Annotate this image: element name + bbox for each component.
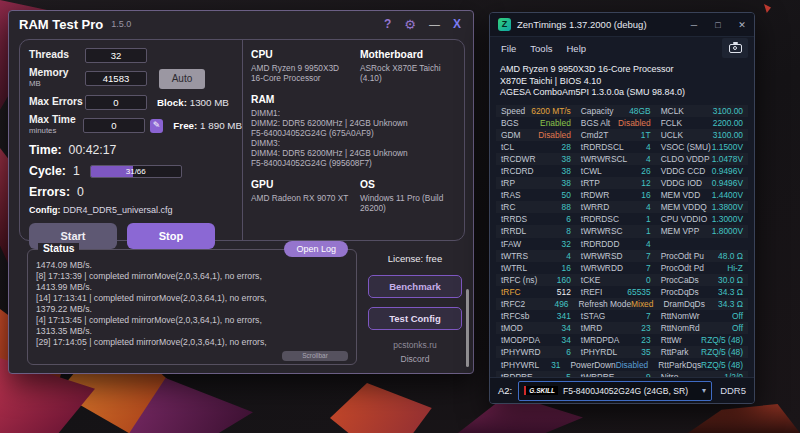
timing-value: 0.9496V	[712, 166, 743, 176]
timing-row: tRFC 512 tREFI 65535 ProcDqDs 34.3 Ω	[496, 286, 748, 298]
timing-value: 3100.00	[713, 106, 743, 116]
timing-label: MCLK	[661, 106, 684, 116]
timing-label: tWRWRSCL	[581, 154, 627, 164]
benchmark-button[interactable]: Benchmark	[368, 275, 462, 298]
menu-item[interactable]: Help	[560, 41, 594, 56]
timing-label: Capacity	[581, 106, 614, 116]
timing-label: MEM VPP	[661, 226, 700, 236]
memory-input[interactable]	[85, 71, 147, 86]
free-memory-info: Free: 1 890 MB	[173, 120, 242, 131]
motherboard-line: (4.10)	[360, 73, 458, 83]
module-footer: A2: G.SKILL F5-8400J4052G24G (24GB, SR) …	[490, 377, 754, 403]
status-panel: Status Open Log 1474.09 MB/s. [8] 17:13:…	[27, 249, 357, 365]
timing-label: tRFC (ns)	[501, 275, 537, 285]
discord-link[interactable]: Discord	[363, 354, 467, 364]
app-version: 1.5.0	[111, 19, 131, 29]
module-name: F5-8400J4052G24G (24GB, SR)	[563, 386, 702, 396]
timing-label: VDDG CCD	[661, 166, 706, 176]
timing-label: PowerDown	[571, 360, 616, 370]
timing-value: RZQ/5 (48)	[701, 347, 743, 357]
close-icon[interactable]: X	[453, 17, 461, 31]
auto-button[interactable]: Auto	[159, 69, 205, 89]
timing-label: tFAW	[501, 239, 521, 249]
window-controls: ─ □ ✕	[682, 13, 754, 37]
timing-value: 0	[646, 275, 651, 285]
log-line: 1379.22 MB/s.	[36, 304, 348, 315]
minimize-icon[interactable]: —	[429, 18, 440, 30]
window-controls: ? ⚙ — X	[384, 17, 461, 32]
timing-value: 4	[646, 154, 651, 164]
timing-label: Speed	[501, 106, 525, 116]
timing-label: tWRWRSD	[581, 251, 623, 261]
timing-label: tRC	[501, 202, 515, 212]
help-icon[interactable]: ?	[384, 17, 391, 31]
system-info-line: AMD Ryzen 9 9950X3D 16-Core Processor	[500, 64, 744, 76]
timing-label: ProcCaDs	[661, 275, 699, 285]
max-errors-input[interactable]	[85, 95, 147, 110]
panel-divider	[242, 40, 243, 240]
timing-value: 1	[646, 214, 651, 224]
max-time-input[interactable]	[83, 118, 145, 133]
threads-label: Threads	[29, 50, 85, 60]
elapsed-time: 00:42:17	[69, 143, 117, 157]
minimize-icon[interactable]: ─	[682, 13, 706, 37]
timing-value: 48.0 Ω	[718, 251, 743, 261]
app-title: RAM Test Pro	[19, 17, 103, 32]
memory-label: Memory MB	[29, 68, 85, 89]
maximize-icon[interactable]: □	[706, 13, 730, 37]
log-line: [8] 17:13:39 | completed mirrorMove(2,0,…	[36, 271, 348, 282]
max-time-row: Max Time minutes ✎ Free: 1 890 MB	[29, 115, 242, 136]
timing-value: Hi-Z	[727, 263, 743, 273]
vertical-scrollbar[interactable]	[466, 289, 469, 367]
menu-item[interactable]: Tools	[523, 41, 559, 56]
timing-row: tRFC2 496 Refresh Mode Mixed DramDqDs 34…	[496, 298, 748, 310]
timing-label: tRRDL	[501, 226, 526, 236]
system-info-panel: CPU AMD Ryzen 9 9950X3D 16-Core Processo…	[251, 49, 458, 213]
timing-value: 496	[554, 299, 568, 309]
module-dropdown[interactable]: G.SKILL F5-8400J4052G24G (24GB, SR) ▾	[518, 381, 712, 401]
status-log[interactable]: 1474.09 MB/s. [8] 17:13:39 | completed m…	[28, 250, 356, 350]
log-line: [4] 17:13:45 | completed mirrorMove(2,0,…	[36, 315, 348, 326]
menu-item[interactable]: File	[494, 41, 523, 56]
zentimings-app-icon: Z	[498, 18, 511, 31]
timing-value: 0.9496V	[712, 178, 743, 188]
open-log-button[interactable]: Open Log	[284, 241, 348, 257]
zentimings-titlebar[interactable]: Z ZenTimings 1.37.2000 (debug) ─ □ ✕	[490, 13, 754, 37]
zentimings-window: Z ZenTimings 1.37.2000 (debug) ─ □ ✕ Fil…	[489, 12, 755, 404]
timings-grid: Speed 6200 MT/s Capacity 48GB MCLK 3100.…	[490, 103, 754, 383]
timing-value: 4	[646, 202, 651, 212]
timing-row: tRRDS 6 tRDRDSC 1 CPU VDDIO 1.3000V	[496, 213, 748, 225]
edit-pencil-icon[interactable]: ✎	[150, 119, 163, 133]
website-link[interactable]: pcstonks.ru	[363, 340, 467, 350]
timing-value: Disabled	[538, 130, 571, 140]
timing-label: tRDWR	[581, 190, 609, 200]
cpu-line: 16-Core Processor	[251, 73, 354, 83]
timing-value: 38	[561, 178, 570, 188]
timing-value: 30.0 Ω	[718, 275, 743, 285]
timing-row: tFAW 32 tRDRDDD 4	[496, 238, 748, 250]
ramtest-window: RAM Test Pro 1.5.0 ? ⚙ — X Threads	[8, 10, 474, 374]
ramtest-titlebar[interactable]: RAM Test Pro 1.5.0 ? ⚙ — X	[9, 11, 473, 37]
timing-value: 32	[561, 239, 570, 249]
gpu-section: GPU AMD Radeon RX 9070 XT	[251, 179, 354, 213]
timing-value: 512	[557, 287, 571, 297]
os-line: 26200)	[360, 203, 458, 213]
gear-icon[interactable]: ⚙	[404, 17, 416, 32]
ram-line: DIMM2: DDR5 6200MHz | 24GB Unknown	[251, 118, 458, 128]
screenshot-camera-button[interactable]	[722, 38, 748, 58]
timing-value: 23	[641, 335, 650, 345]
threads-input[interactable]	[85, 48, 147, 63]
desktop: RAM Test Pro 1.5.0 ? ⚙ — X Threads	[0, 0, 800, 433]
timing-label: tWRWRDD	[581, 263, 623, 273]
timing-label: BGS	[501, 118, 519, 128]
horizontal-scrollbar[interactable]: Scrollbar	[282, 351, 348, 361]
timing-label: tCWL	[581, 166, 602, 176]
stop-button[interactable]: Stop	[127, 223, 215, 249]
test-config-button[interactable]: Test Config	[368, 307, 462, 330]
gskill-logo: G.SKILL	[524, 386, 558, 395]
timing-value: Mixed	[631, 299, 653, 309]
window-title: ZenTimings 1.37.2000 (debug)	[517, 19, 647, 30]
motherboard-header: Motherboard	[360, 49, 458, 60]
timing-row: tMOD 34 tMRD 23 RttNomRd Off	[496, 322, 748, 334]
close-icon[interactable]: ✕	[730, 13, 754, 37]
